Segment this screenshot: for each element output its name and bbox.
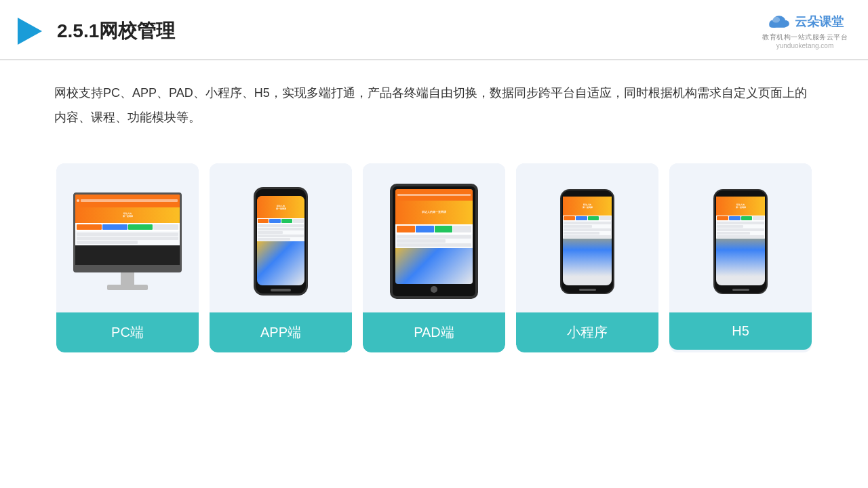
card-pc: 职达人的第一堂网课 <box>56 163 199 352</box>
logo-url: yunduoketang.com <box>776 42 834 49</box>
pad-tablet-icon: 职达人的第一堂网课 <box>390 184 478 299</box>
h5-phone-icon: 职达人的第一堂网课 <box>713 189 768 294</box>
svg-marker-0 <box>18 18 42 45</box>
card-pad: 职达人的第一堂网课 <box>363 163 505 352</box>
card-app: 职达人的第一堂网课 <box>210 163 352 352</box>
card-mini-image: 职达人的第一堂网课 <box>516 163 658 312</box>
svg-point-5 <box>772 17 781 23</box>
pc-monitor-icon: 职达人的第一堂网课 <box>73 192 182 290</box>
card-pc-image: 职达人的第一堂网课 <box>56 163 199 312</box>
app-phone-icon: 职达人的第一堂网课 <box>254 187 308 296</box>
play-icon <box>14 15 46 47</box>
logo-tagline: 教育机构一站式服务云平台 <box>762 33 848 42</box>
card-mini-label: 小程序 <box>516 312 658 352</box>
card-pad-label: PAD端 <box>363 312 505 352</box>
cards-container: 职达人的第一堂网课 <box>0 143 868 352</box>
page-title: 2.5.1网校管理 <box>57 18 175 44</box>
card-pc-label: PC端 <box>56 312 199 352</box>
logo-cloud: 云朵课堂 <box>766 12 844 31</box>
cloud-logo-icon <box>766 12 791 31</box>
card-h5-image: 职达人的第一堂网课 <box>669 163 812 312</box>
header: 2.5.1网校管理 云朵课堂 教育机构一站式服务云平台 yunduoketang… <box>0 0 868 60</box>
logo-text: 云朵课堂 <box>795 14 844 30</box>
card-app-label: APP端 <box>210 312 352 352</box>
header-left: 2.5.1网校管理 <box>14 15 175 47</box>
card-app-image: 职达人的第一堂网课 <box>210 163 352 312</box>
svg-rect-4 <box>769 22 787 27</box>
logo-area: 云朵课堂 教育机构一站式服务云平台 yunduoketang.com <box>762 12 848 49</box>
mini-phone-icon: 职达人的第一堂网课 <box>560 189 614 294</box>
description: 网校支持PC、APP、PAD、小程序、H5，实现多端打通，产品各终端自由切换，数… <box>0 60 868 136</box>
card-mini: 职达人的第一堂网课 <box>516 163 658 352</box>
card-h5: 职达人的第一堂网课 <box>669 163 812 352</box>
card-pad-image: 职达人的第一堂网课 <box>363 163 505 312</box>
card-h5-label: H5 <box>669 312 812 350</box>
description-text: 网校支持PC、APP、PAD、小程序、H5，实现多端打通，产品各终端自由切换，数… <box>54 86 807 124</box>
